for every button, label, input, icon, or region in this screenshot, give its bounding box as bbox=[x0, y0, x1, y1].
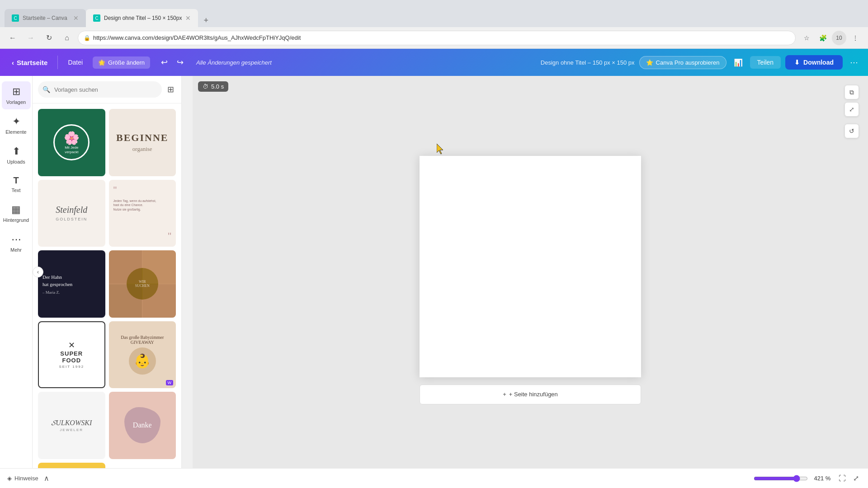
canvas-white-area[interactable] bbox=[420, 156, 641, 377]
uploads-label: Uploads bbox=[7, 159, 25, 164]
more-options-button[interactable]: ⋯ bbox=[847, 55, 861, 70]
sidebar-item-hintergrund[interactable]: ▦ Hintergrund bbox=[2, 199, 31, 227]
undo-button[interactable]: ↩ bbox=[157, 56, 171, 69]
undo-redo-group: ↩ ↪ bbox=[157, 56, 187, 69]
tab-startseite[interactable]: C Startseite – Canva ✕ bbox=[5, 9, 86, 27]
elemente-icon: ✦ bbox=[12, 116, 20, 127]
hints-icon: ◈ bbox=[7, 475, 12, 482]
zoom-slider[interactable] bbox=[754, 475, 808, 482]
profile-button[interactable]: 10 bbox=[832, 31, 846, 45]
text-icon: T bbox=[13, 175, 19, 186]
text-label: Text bbox=[11, 188, 20, 193]
tab-title-2: Design ohne Titel – 150 × 150px bbox=[104, 15, 182, 21]
search-input-wrapper: 🔍 bbox=[38, 81, 162, 98]
hintergrund-label: Hintergrund bbox=[3, 217, 29, 223]
sidebar-item-elemente[interactable]: ✦ Elemente bbox=[2, 111, 31, 139]
template-card-4[interactable]: " Jeden Tag, wenn du aufstehst,hast du e… bbox=[109, 180, 176, 247]
timer-icon: ⏱ bbox=[203, 83, 208, 90]
panel-collapse-button[interactable]: ‹ bbox=[33, 267, 43, 277]
star-icon: 🌟 bbox=[98, 59, 105, 66]
hints-label: Hinweise bbox=[14, 475, 38, 482]
forward-button[interactable]: → bbox=[24, 31, 38, 45]
header-right: Design ohne Titel – 150 px × 150 px ⭐ Ca… bbox=[541, 55, 861, 70]
badge-w-8: W bbox=[166, 380, 174, 385]
template-card-5[interactable]: Der Hahnhat gesprochen – Maria Z. bbox=[38, 250, 105, 318]
redo-button[interactable]: ↪ bbox=[173, 56, 187, 69]
canvas-float-buttons: ⧉ ⤢ ↺ bbox=[844, 85, 859, 138]
tab-favicon-2: C bbox=[93, 14, 100, 22]
template-card-3[interactable]: Steinfeld GOLDSTEIN bbox=[38, 180, 105, 247]
mehr-icon: ⋯ bbox=[11, 234, 21, 245]
pro-label: Canva Pro ausprobieren bbox=[656, 59, 720, 66]
template-card-1[interactable]: 🌸 Mit Jedeverpackt bbox=[38, 109, 105, 176]
template-card-9[interactable]: 𝓢ULKOWSKI JEWELER bbox=[38, 392, 105, 459]
tab-close-1[interactable]: ✕ bbox=[73, 14, 79, 22]
add-page-icon: + bbox=[503, 391, 506, 398]
add-page-button[interactable]: + + Seite hinzufügen bbox=[420, 385, 641, 404]
template-panel: 🔍 ⊞ 🌸 Mit Jedeverpackt bbox=[33, 76, 182, 468]
zoom-fit-button[interactable]: ⛶ bbox=[837, 473, 848, 484]
home-label: Startseite bbox=[17, 59, 47, 66]
zoom-level-display: 421 % bbox=[811, 475, 833, 482]
pro-trial-button[interactable]: ⭐ Canva Pro ausprobieren bbox=[639, 56, 726, 69]
datei-menu-button[interactable]: Datei bbox=[63, 56, 87, 69]
design-title: Design ohne Titel – 150 px × 150 px bbox=[541, 59, 635, 66]
filter-button[interactable]: ⊞ bbox=[165, 83, 176, 96]
template-card-10[interactable]: Danke bbox=[109, 392, 176, 459]
browser-toolbar: ← → ↻ ⌂ 🔒 https://www.canva.com/design/D… bbox=[0, 27, 868, 49]
browser-tabs: C Startseite – Canva ✕ C Design ohne Tit… bbox=[5, 0, 212, 27]
left-sidebar: ⊞ Vorlagen ✦ Elemente ⬆ Uploads T Text ▦… bbox=[0, 76, 33, 468]
tab-close-2[interactable]: ✕ bbox=[185, 14, 191, 22]
collapse-toolbar-button[interactable]: ∧ bbox=[42, 472, 51, 484]
menu-button[interactable]: ⋮ bbox=[848, 31, 863, 45]
vorlagen-label: Vorlagen bbox=[6, 99, 26, 105]
template-card-6[interactable]: WIR SUCHEN bbox=[109, 250, 176, 318]
panel-search-bar: 🔍 ⊞ bbox=[33, 76, 181, 103]
hints-button[interactable]: ◈ Hinweise bbox=[7, 475, 38, 482]
fullscreen-button[interactable]: ⤢ bbox=[851, 472, 861, 484]
templates-scroll: 🌸 Mit Jedeverpackt BEGINNE organise bbox=[33, 103, 181, 468]
sidebar-item-vorlagen[interactable]: ⊞ Vorlagen bbox=[2, 81, 31, 109]
share-button[interactable]: Teilen bbox=[750, 56, 781, 69]
refresh-button[interactable]: ↻ bbox=[42, 31, 56, 45]
mehr-label: Mehr bbox=[10, 247, 22, 253]
template-card-8[interactable]: Das große BabyzimmerGIVEAWAY 👶 W bbox=[109, 321, 176, 389]
home-browser-button[interactable]: ⌂ bbox=[60, 31, 74, 45]
vorlagen-icon: ⊞ bbox=[12, 86, 20, 98]
canva-app: ‹ Startseite Datei 🌟 Größe ändern ↩ ↪ Al… bbox=[0, 49, 868, 488]
hintergrund-icon: ▦ bbox=[11, 204, 21, 216]
add-page-label: + Seite hinzufügen bbox=[509, 391, 558, 398]
analytics-button[interactable]: 📊 bbox=[731, 56, 745, 70]
templates-grid: 🌸 Mit Jedeverpackt BEGINNE organise bbox=[33, 103, 181, 468]
new-tab-button[interactable]: + bbox=[200, 14, 212, 27]
refresh-canvas-button[interactable]: ↺ bbox=[844, 124, 859, 138]
canvas-wrapper: + + Seite hinzufügen bbox=[193, 92, 868, 468]
download-icon: ⬇ bbox=[794, 59, 800, 66]
main-layout: ⊞ Vorlagen ✦ Elemente ⬆ Uploads T Text ▦… bbox=[0, 76, 868, 468]
address-bar[interactable]: 🔒 https://www.canva.com/design/DAE4WOR3l… bbox=[78, 31, 796, 45]
download-button[interactable]: ⬇ Download bbox=[785, 55, 843, 70]
bookmark-button[interactable]: ☆ bbox=[799, 31, 814, 45]
tab-title-1: Startseite – Canva bbox=[23, 15, 67, 21]
template-card-7[interactable]: ✕ SUPERFOOD SEIT 1992 bbox=[38, 321, 105, 389]
template-card-2[interactable]: BEGINNE organise bbox=[109, 109, 176, 176]
size-change-button[interactable]: 🌟 Größe ändern bbox=[93, 56, 150, 69]
expand-canvas-button[interactable]: ⤢ bbox=[844, 102, 859, 117]
back-arrow-icon: ‹ bbox=[12, 59, 14, 66]
zoom-controls: 421 % ⛶ ⤢ bbox=[754, 472, 861, 484]
home-canva-button[interactable]: ‹ Startseite bbox=[7, 56, 52, 69]
canva-header: ‹ Startseite Datei 🌟 Größe ändern ↩ ↪ Al… bbox=[0, 49, 868, 76]
back-button[interactable]: ← bbox=[5, 31, 20, 45]
template-search-input[interactable] bbox=[38, 81, 162, 98]
sidebar-item-text[interactable]: T Text bbox=[2, 171, 31, 197]
sidebar-item-uploads[interactable]: ⬆ Uploads bbox=[2, 141, 31, 169]
star-pro-icon: ⭐ bbox=[646, 59, 653, 66]
sidebar-item-mehr[interactable]: ⋯ Mehr bbox=[2, 229, 31, 257]
tab-design[interactable]: C Design ohne Titel – 150 × 150px ✕ bbox=[86, 9, 198, 27]
extensions-button[interactable]: 🧩 bbox=[816, 31, 830, 45]
template-card-11[interactable]: SALE bbox=[38, 463, 105, 469]
download-label: Download bbox=[803, 59, 834, 66]
bottom-bar: ◈ Hinweise ∧ 421 % ⛶ ⤢ bbox=[0, 468, 868, 488]
save-status: Alle Änderungen gespeichert bbox=[196, 59, 272, 66]
copy-canvas-button[interactable]: ⧉ bbox=[844, 85, 859, 99]
